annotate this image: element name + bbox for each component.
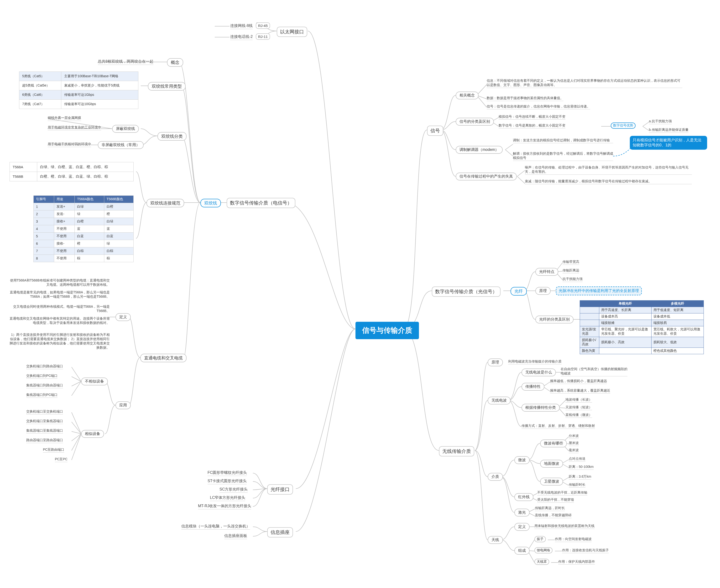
def-line-4: 1）两个直接连接并使用不同的引脚进行发射和接收的设备称为不相似设备，他们需要直通… xyxy=(9,333,110,350)
feedline-text: 作用：连接收发信机与天线振子 xyxy=(562,548,609,553)
overview-text: 总共8根双绞线，两两绞合在一起 xyxy=(98,59,154,65)
ground-0: 点对点传送 xyxy=(569,457,585,462)
rj11-pill[interactable]: RJ-11 xyxy=(256,34,270,40)
table-wiring-pins: 引脚号用途T568A颜色T568B颜色 1发送+白绿白橙 2发送-绿橙 3接收+… xyxy=(34,195,134,262)
modem-demod: 解调：接收方接收到的是数字信号，经过解调后，将数字信号解调成模拟信号 xyxy=(513,152,613,161)
pill-digital-adv[interactable]: 数字信号优势 xyxy=(611,123,636,129)
def-line-1: 直通电缆是最常见的电缆，如果电缆一端是T568A，那么另一端也是T568A；如果… xyxy=(9,290,110,299)
feat-2: 抗干扰能力强 xyxy=(563,277,583,282)
pill-signal-types[interactable]: 信号的分类及区别 xyxy=(456,118,494,126)
pill-feedline[interactable]: 馈电网络 xyxy=(534,547,553,553)
pill-definition[interactable]: 定义 xyxy=(116,313,131,321)
pill-application[interactable]: 应用 xyxy=(116,401,131,409)
pill-diff-devices[interactable]: 不相似设备 xyxy=(81,378,108,385)
sat-0: 距离：3.6万km xyxy=(569,475,591,480)
ethernet-rj11-desc: 连接电话线-2 xyxy=(230,34,253,40)
pill-fiber-features[interactable]: 光纤特点 xyxy=(535,268,558,276)
pill-antenna-comp[interactable]: 组成 xyxy=(514,547,529,554)
pill-related[interactable]: 相关概念 xyxy=(456,91,479,99)
node-ethernet[interactable]: 以太网接口 xyxy=(277,27,307,37)
table-fiber-compare: 单模光纤多模光纤 用于高速度、长距离用于低速度、短距离 设备成本高设备成本低 端… xyxy=(580,300,704,354)
digital-text: 数字信号：信号是离散的，幅度大小固定不变 xyxy=(499,124,565,128)
red-note: 只有模拟信号才能被用户识别，人是无法知晓数字信号的0、1的 xyxy=(630,136,707,150)
fiber-principle-text: 光脉冲在光纤中的传输是利用了光的全反射原理 xyxy=(556,287,642,295)
radome-text: 作用：保护天线内部器件 xyxy=(558,560,595,565)
shielded-note1: 铜线外裹一层金属网膜 xyxy=(48,116,81,121)
node-fiber-iface[interactable]: 光纤接口 xyxy=(267,484,293,495)
table-cat: 5类线（Cat5）主要用于100Base-T和10Base-T网络 超5类线（C… xyxy=(19,71,138,109)
pill-straight-cross[interactable]: 直通电缆和交叉电缆 xyxy=(140,354,186,362)
pill-modem[interactable]: 调制解调器（modem） xyxy=(456,146,503,154)
same-4: PC至路由端口 xyxy=(43,448,64,453)
pill-wiring-spec[interactable]: 双绞线连接规范 xyxy=(146,199,184,207)
pill-microwave[interactable]: 微波 xyxy=(514,456,529,464)
diff-3: 集线器端口到PC端口 xyxy=(26,393,58,398)
same-1: 交换机端口至集线器端口 xyxy=(26,419,63,424)
byprop-0: 地波传播（长波） xyxy=(565,398,592,403)
diff-0: 交换机端口到路由器端口 xyxy=(26,364,63,369)
pill-satellite-microwave[interactable]: 卫星微波 xyxy=(540,478,563,485)
related-0: 信息：不同领域对信息有着不同的定义，一般认为信息是人们对现实世界事物的存在方式或… xyxy=(487,79,682,88)
pill-oscillator[interactable]: 振子 xyxy=(534,536,546,542)
pill-twisted-pair[interactable]: 双绞线 xyxy=(200,199,221,207)
pill-distortion[interactable]: 信号在传输过程中的产生的失真 xyxy=(456,172,517,181)
root-node[interactable]: 信号与传输介质 xyxy=(356,322,419,339)
shielded-note2: 用于电磁环境非常复杂的工业环境中 xyxy=(48,125,101,130)
oscillator-text: 作用：向空间发射电磁波 xyxy=(555,537,592,542)
ethernet-rj45-desc: 连接网线-8线 xyxy=(230,23,253,29)
laser-0: 传输距离远，距时长 xyxy=(535,506,565,511)
fiber-4: MT-RJ收发一体的方形光纤接头 xyxy=(198,504,251,509)
rj11-label: RJ-11 xyxy=(258,35,268,39)
pill-radio-byprop[interactable]: 根据传播特性分类 xyxy=(521,404,560,412)
wireless-principle-text: 利用电磁波充当传输媒介的传输介质 xyxy=(508,359,562,364)
pill-same-devices[interactable]: 相似设备 xyxy=(81,430,104,438)
pill-infrared[interactable]: 红外线 xyxy=(514,493,534,501)
same-0: 交换机端口至交换机端口 xyxy=(26,410,63,415)
socket-1: 信息插座面板 xyxy=(224,533,247,539)
pill-antenna-def[interactable]: 定义 xyxy=(514,523,529,531)
infrared-0: 不受无线电波的干扰，近距离传输 xyxy=(537,490,587,496)
pill-fiber-principle[interactable]: 原理 xyxy=(535,287,551,295)
antenna-def-text: 用来辐射和接收无线电波的装置称为天线 xyxy=(534,524,595,529)
pill-ground-microwave[interactable]: 地面微波 xyxy=(540,460,563,468)
byprop-2: 直线传播（微波） xyxy=(565,413,592,418)
unshielded-note: 用于电磁干扰相对弱的环境中 xyxy=(48,142,91,147)
pill-unshielded[interactable]: 非屏蔽双绞线（常用） xyxy=(98,141,144,149)
pill-shielded[interactable]: 屏蔽双绞线 xyxy=(112,125,139,133)
node-signal[interactable]: 信号 xyxy=(427,126,443,136)
node-wireless[interactable]: 无线传输介质 xyxy=(439,446,474,457)
pill-overview[interactable]: 概念 xyxy=(167,58,183,67)
fiber-0: FC圆形带螺纹光纤接头 xyxy=(207,470,247,476)
kinds-0: 分米波 xyxy=(569,434,579,439)
def-line-2: 交叉电缆会同时使用两种布线模式。电缆一端是T568A，另一端是T568B。 xyxy=(9,304,110,314)
distortion-noise: 噪声：在信号的传输、处理过程中，由于设备自身、环境干扰等原因而产生的对加信号，这… xyxy=(525,165,692,175)
pill-common-types[interactable]: 双绞线常用类型 xyxy=(148,82,186,90)
pill-microwave-kinds[interactable]: 微波有哪些 xyxy=(540,440,567,447)
def-line-3: 直通电缆和交叉电缆在网络中都有其特定的用途。连接两个设备所需电缆类型，取决于设备… xyxy=(9,316,110,326)
diff-1: 交换机端口到PC端口 xyxy=(26,374,58,379)
pill-wireless-principle[interactable]: 原理 xyxy=(488,358,503,366)
same-2: 集线器端口至集线器端口 xyxy=(26,428,63,434)
rj45-pill[interactable]: RJ-45 xyxy=(256,22,270,29)
pill-laser[interactable]: 激光 xyxy=(514,509,529,517)
pill-antenna[interactable]: 天线 xyxy=(488,536,503,544)
pill-radio-what[interactable]: 无线电波是什么 xyxy=(521,369,556,376)
node-optical[interactable]: 数字信号传输介质（光信号） xyxy=(432,287,501,297)
kinds-2: 毫米波 xyxy=(569,448,579,453)
analog-text: 模拟信号：信号连续不断，幅度大小固定不变 xyxy=(499,114,565,120)
feat-0: 传输带宽高 xyxy=(563,260,579,265)
node-info-socket[interactable]: 信息插座 xyxy=(267,527,293,538)
pill-medium[interactable]: 介质 xyxy=(488,473,503,481)
pill-fiber-compare[interactable]: 光纤的分类及区别 xyxy=(535,316,574,323)
sat-1: 传输距时长 xyxy=(569,483,585,488)
pill-radio[interactable]: 无线电波 xyxy=(488,397,511,404)
pill-radome[interactable]: 天线罩 xyxy=(534,559,549,565)
adv-b: b.传输距离远并能保证质量 xyxy=(649,128,688,133)
fiber-3: LC窄体方形光纤接头 xyxy=(210,495,245,501)
node-digital-electric[interactable]: 数字信号传输介质（电信号） xyxy=(227,198,295,208)
pill-classification[interactable]: 双绞线分类 xyxy=(157,132,186,141)
diff-2: 集线器端口到路由器端口 xyxy=(26,383,63,388)
pill-radio-prop[interactable]: 传播特性 xyxy=(521,383,544,391)
related-2: 信号：信号是信息传递的媒介，信息在网络中传输，信息需借以传递。 xyxy=(487,104,590,109)
pill-fiber[interactable]: 光纤 xyxy=(511,287,527,296)
